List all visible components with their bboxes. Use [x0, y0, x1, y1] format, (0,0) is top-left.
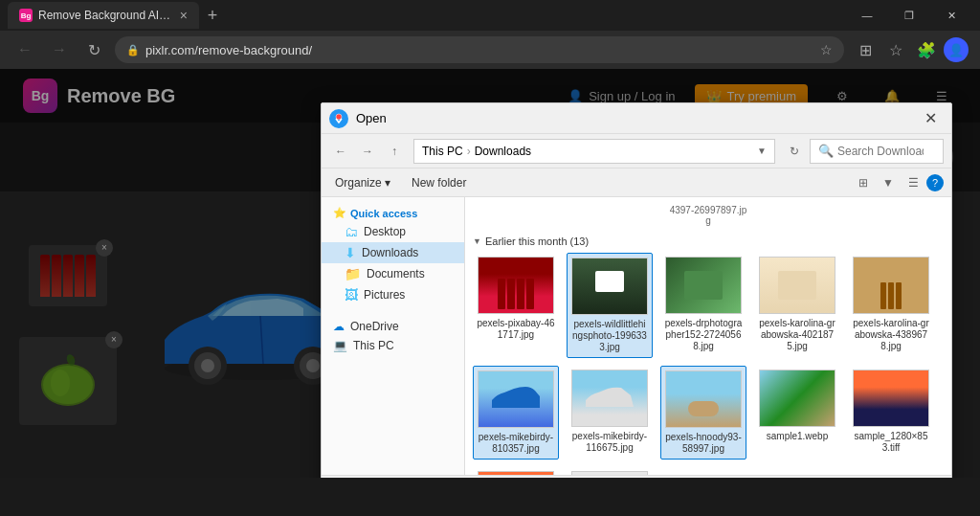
sidebar-thispc[interactable]: 💻 This PC	[322, 336, 464, 355]
file-item-8[interactable]: sample1.webp	[754, 366, 840, 460]
browser-right-icons: ⊞ ☆ 🧩 👤	[852, 36, 969, 63]
file-name-7: pexels-hnoody93-58997.jpg	[665, 432, 742, 455]
file-thumb-6	[571, 370, 648, 427]
file-item-0[interactable]: pexels-pixabay-461717.jpg	[473, 253, 559, 358]
tab-title: Remove Background AI image	[38, 9, 172, 22]
pictures-label: Pictures	[364, 288, 405, 302]
breadcrumb-thispc[interactable]: This PC	[422, 145, 463, 158]
dialog-up-btn[interactable]: ↑	[383, 140, 406, 163]
sidebar-onedrive[interactable]: ☁ OneDrive	[322, 317, 464, 336]
back-btn[interactable]: ←	[11, 36, 38, 63]
address-bar[interactable]: 🔒 pixlr.com/remove-background/ ☆	[115, 36, 844, 63]
extensions-icon[interactable]: ⊞	[852, 36, 879, 63]
file-grid: pexels-pixabay-461717.jpg pexels-wildlit…	[473, 253, 944, 475]
file-thumb-4	[853, 257, 929, 314]
file-item-2[interactable]: pexels-drphotographer152-27240568.jpg	[660, 253, 746, 358]
new-tab-btn[interactable]: +	[199, 2, 226, 29]
dialog-subbar: Organize ▾ New folder ⊞ ▼ ☰ ?	[322, 168, 951, 197]
minimize-btn[interactable]: —	[846, 0, 888, 31]
file-item-3[interactable]: pexels-karolina-grabowska-4021875.jpg	[754, 253, 840, 358]
browser-tab-bar: Bg Remove Background AI image × + — ❐ ✕	[0, 0, 980, 31]
file-item-5[interactable]: pexels-mikebirdy-810357.jpg	[473, 366, 559, 460]
forward-btn[interactable]: →	[46, 36, 73, 63]
pictures-folder-icon: 🖼	[345, 287, 358, 303]
browser-tab[interactable]: Bg Remove Background AI image ×	[8, 2, 199, 29]
tab-favicon: Bg	[19, 9, 33, 22]
dialog-refresh-btn[interactable]: ↻	[783, 140, 806, 163]
view-list-btn[interactable]: ☰	[902, 171, 924, 194]
file-name-1: pexels-wildlittlehingsphoto-1996333.jpg	[571, 319, 648, 353]
file-name-8: sample1.webp	[767, 431, 828, 442]
file-name-6: pexels-mikebirdy-116675.jpg	[570, 431, 649, 454]
documents-folder-icon: 📁	[345, 266, 361, 281]
thispc-label: This PC	[353, 339, 394, 352]
dialog-close-btn[interactable]: ✕	[917, 105, 944, 132]
dialog-titlebar: Open ✕	[322, 103, 951, 134]
app-container: Bg Remove BG 👤 Sign up / Log in 👑 Try pr…	[0, 69, 980, 478]
sidebar-item-desktop[interactable]: 🗂 Desktop	[322, 221, 464, 242]
maximize-btn[interactable]: ❐	[888, 0, 930, 31]
dialog-chrome-icon	[329, 109, 348, 128]
sidebar-item-documents[interactable]: 📁 Documents	[322, 263, 464, 284]
onedrive-label: OneDrive	[350, 320, 399, 333]
breadcrumb-downloads[interactable]: Downloads	[475, 145, 531, 158]
onedrive-icon: ☁	[333, 320, 345, 333]
dialog-forward-btn[interactable]: →	[356, 140, 379, 163]
browser-chrome: Bg Remove Background AI image × + — ❐ ✕ …	[0, 0, 980, 69]
documents-label: Documents	[367, 267, 425, 280]
file-item-9[interactable]: sample_1280×853.tiff	[848, 366, 934, 460]
bookmark-star-icon[interactable]: ☆	[882, 36, 909, 63]
view-icons: ⊞ ▼ ☰ ?	[852, 171, 944, 194]
file-item-1[interactable]: pexels-wildlittlehingsphoto-1996333.jpg	[567, 253, 653, 358]
tab-close-btn[interactable]: ×	[180, 8, 188, 23]
dialog-breadcrumb[interactable]: This PC › Downloads ▼	[413, 139, 775, 164]
file-name-2: pexels-drphotographer152-27240568.jpg	[664, 318, 743, 352]
new-folder-btn[interactable]: New folder	[404, 174, 474, 191]
sidebar-item-pictures[interactable]: 🖼 Pictures	[322, 284, 464, 305]
section-label: Earlier this month (13)	[473, 232, 944, 253]
window-controls: — ❐ ✕	[846, 0, 972, 31]
sidebar-item-downloads[interactable]: ⬇ Downloads	[322, 242, 464, 263]
search-icon: 🔍	[818, 144, 834, 158]
view-grid-btn[interactable]: ⊞	[852, 171, 875, 194]
file-item-6[interactable]: pexels-mikebirdy-116675.jpg	[567, 366, 653, 460]
file-item-11[interactable]: 📄 file_example_GIF_1MB.gif	[567, 467, 653, 475]
file-name-9: sample_1280×853.tiff	[852, 431, 930, 454]
dialog-sidebar: ⭐ Quick access 🗂 Desktop ⬇ Downloads 📁 D…	[322, 197, 465, 475]
dialog-search-box[interactable]: 🔍	[810, 139, 944, 164]
file-name-0: pexels-pixabay-461717.jpg	[477, 318, 555, 341]
reload-btn[interactable]: ↻	[80, 36, 107, 63]
file-name-4: pexels-karolina-grabowska-4389678.jpg	[852, 318, 930, 352]
downloads-label: Downloads	[362, 246, 418, 259]
dialog-body: ⭐ Quick access 🗂 Desktop ⬇ Downloads 📁 D…	[322, 197, 951, 475]
search-input[interactable]	[837, 145, 924, 158]
thispc-icon: 💻	[333, 339, 347, 352]
address-right-icons: ☆	[820, 42, 833, 57]
view-dropdown-btn[interactable]: ▼	[877, 171, 900, 194]
organize-btn[interactable]: Organize ▾	[329, 174, 396, 191]
file-item-7[interactable]: pexels-hnoody93-58997.jpg	[660, 366, 746, 460]
help-btn[interactable]: ?	[926, 174, 944, 191]
dialog-back-btn[interactable]: ←	[329, 140, 352, 163]
close-btn[interactable]: ✕	[930, 0, 972, 31]
profile-icon[interactable]: 👤	[944, 37, 969, 62]
bookmark-icon[interactable]: ☆	[820, 42, 833, 57]
breadcrumb-sep1: ›	[467, 145, 471, 158]
file-thumb-11: 📄	[571, 471, 648, 475]
lock-icon: 🔒	[126, 44, 140, 56]
puzzle-icon[interactable]: 🧩	[913, 36, 940, 63]
file-name-3: pexels-karolina-grabowska-4021875.jpg	[758, 318, 836, 352]
quick-access-header: ⭐ Quick access	[322, 201, 464, 221]
file-thumb-2	[665, 257, 742, 314]
file-thumb-7	[665, 370, 742, 428]
file-thumb-5	[478, 370, 554, 428]
address-text: pixlr.com/remove-background/	[145, 43, 814, 57]
address-bar-row: ← → ↻ 🔒 pixlr.com/remove-background/ ☆ ⊞…	[0, 31, 980, 69]
desktop-label: Desktop	[364, 225, 406, 238]
file-thumb-8	[759, 370, 835, 427]
file-item-4[interactable]: pexels-karolina-grabowska-4389678.jpg	[848, 253, 934, 358]
file-item-10[interactable]: sample_1280×853.bmp	[473, 467, 559, 475]
file-thumb-10	[478, 471, 554, 475]
desktop-folder-icon: 🗂	[345, 224, 358, 239]
file-thumb-9	[853, 370, 929, 427]
